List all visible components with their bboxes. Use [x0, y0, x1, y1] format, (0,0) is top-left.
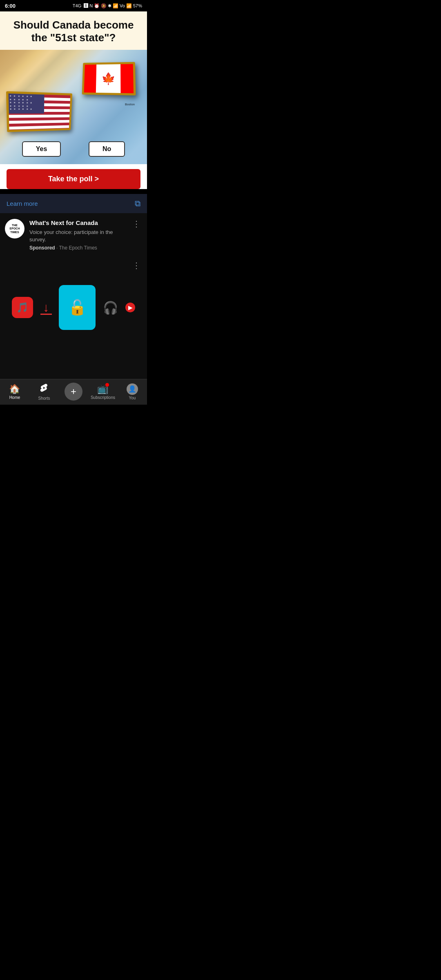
sponsor-name: The Epoch Times: [59, 245, 97, 251]
battery-level: 57%: [133, 3, 142, 8]
shorts-label: Shorts: [38, 396, 50, 401]
you-label: You: [129, 396, 136, 400]
no-button[interactable]: No: [89, 141, 125, 157]
ad-info-row: THEEPOCHTIMES What's Next for Canada Voi…: [0, 213, 147, 256]
nav-add[interactable]: +: [61, 383, 86, 401]
external-link-icon[interactable]: ⧉: [135, 199, 140, 208]
shorts-icon: [39, 383, 49, 395]
ad-sponsor: Sponsored · The Epoch Times: [29, 245, 126, 251]
ad-map-image: STATES OF AMERICA OTTAWA Boston Pittsbur…: [0, 50, 147, 164]
bottom-nav: 🏠 Home Shorts + 📺 Subscriptions 👤 You: [0, 379, 147, 405]
b-icon: 🅱: [84, 3, 88, 8]
status-bar: 6:00 T4G· 🅱 N ⏰ 🔕 ✱ 📶 Vo 📶 57%: [0, 0, 147, 11]
learn-more-bar: Learn more ⧉: [0, 194, 147, 213]
epoch-times-logo: THEEPOCHTIMES: [10, 224, 20, 234]
alarm-icon: ⏰: [94, 3, 100, 9]
content-options-button[interactable]: ⋮: [131, 261, 142, 270]
home-label: Home: [9, 395, 20, 400]
take-poll-button[interactable]: Take the poll >: [7, 169, 140, 189]
signal-icon: 📶: [126, 3, 132, 9]
nav-subscriptions[interactable]: 📺 Subscriptions: [91, 384, 115, 400]
yes-button[interactable]: Yes: [22, 141, 61, 157]
ad-options-button[interactable]: ⋮: [131, 219, 142, 229]
add-button[interactable]: +: [65, 383, 82, 401]
user-avatar: 👤: [127, 383, 138, 395]
ad-description: Voice your choice: participate in the su…: [29, 229, 126, 243]
download-item[interactable]: ↓: [40, 301, 52, 315]
ad-headline: Should Canada become the "51st state"?: [0, 11, 147, 50]
thumbnail-row: 🎵 ↓ 🔓 🎧 ▶: [4, 261, 143, 334]
wifi-icon: 📶: [113, 3, 118, 9]
download-icon: ↓: [40, 301, 52, 315]
notification-icon: N: [89, 3, 93, 8]
subscriptions-icon-wrap: 📺: [97, 384, 108, 394]
headphone-icon: 🎧: [103, 301, 118, 315]
status-time: 6:00: [5, 3, 16, 9]
play-circle-icon: ▶: [125, 303, 135, 312]
music-icon: 🎵: [12, 297, 33, 318]
canada-flag: 🍁: [82, 62, 136, 96]
bluetooth-icon: ✱: [108, 3, 111, 9]
music-thumbnail[interactable]: 🎵: [12, 297, 33, 318]
us-flag: ★ ★ ★ ★ ★ ★★ ★ ★ ★ ★★ ★ ★ ★ ★ ★★ ★ ★ ★ ★…: [6, 91, 72, 132]
nav-shorts[interactable]: Shorts: [32, 383, 56, 401]
headphone-thumbnail[interactable]: 🎧: [103, 301, 118, 315]
sponsored-label: Sponsored: [29, 245, 55, 251]
volte-icon: Vo: [120, 3, 125, 8]
maple-leaf-icon: 🍁: [101, 72, 115, 85]
poll-buttons-area: Yes No: [0, 141, 147, 157]
lock-thumbnail[interactable]: 🔓: [59, 285, 96, 330]
advertiser-avatar: THEEPOCHTIMES: [5, 219, 24, 238]
nav-home[interactable]: 🏠 Home: [2, 384, 27, 400]
nav-you[interactable]: 👤 You: [120, 383, 145, 400]
learn-more-link[interactable]: Learn more: [7, 200, 38, 207]
silent-icon: 🔕: [101, 3, 107, 9]
home-icon: 🏠: [9, 384, 20, 394]
play-badge-item[interactable]: ▶: [125, 303, 135, 312]
ad-card: Should Canada become the "51st state"? S…: [0, 11, 147, 189]
lock-icon: 🔓: [59, 285, 96, 330]
subscriptions-notification-dot: [105, 383, 109, 387]
content-area: ⋮ 🎵 ↓ 🔓 🎧 ▶: [0, 256, 147, 379]
network-icon: T4G·: [73, 3, 82, 8]
ad-text-block: What's Next for Canada Voice your choice…: [29, 219, 126, 251]
plus-icon: +: [71, 386, 76, 397]
status-icons: T4G· 🅱 N ⏰ 🔕 ✱ 📶 Vo 📶 57%: [73, 3, 142, 9]
ad-title: What's Next for Canada: [29, 219, 126, 227]
subscriptions-label: Subscriptions: [91, 395, 115, 400]
map-label-boston: Boston: [125, 103, 135, 106]
